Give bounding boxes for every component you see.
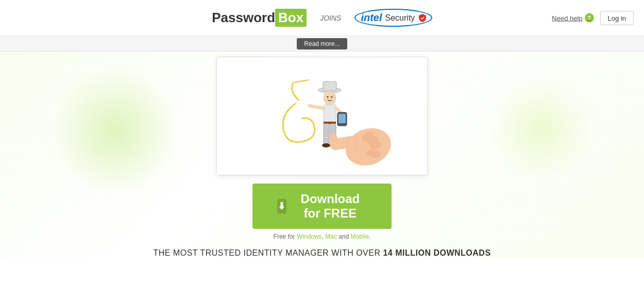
cowboy-illustration — [250, 62, 394, 170]
download-arrow-icon: ⬇ — [277, 199, 286, 213]
security-text: Security — [385, 13, 426, 23]
bg-blob-left — [52, 67, 180, 196]
intel-text: intel — [361, 12, 382, 24]
and-label: and — [338, 233, 349, 240]
read-more-button[interactable]: Read more... — [297, 38, 347, 49]
shield-icon — [419, 14, 426, 22]
mobile-link[interactable]: Mobile — [351, 233, 369, 240]
svg-rect-15 — [338, 114, 346, 123]
joins-text: JOINS — [320, 14, 341, 22]
tagline-highlight: 14 MILLION DOWNLOADS — [383, 248, 490, 257]
illustration-inner — [217, 57, 427, 175]
intel-security-logo: intel Security — [354, 9, 432, 27]
logo-text-password: Password — [212, 10, 275, 26]
need-help-link[interactable]: Need help ? — [552, 13, 594, 23]
logo-area: PasswordBox JOINS intel Security — [212, 9, 432, 27]
svg-point-3 — [324, 91, 336, 105]
help-icon: ? — [585, 13, 594, 23]
tagline-part1: THE MOST TRUSTED IDENTITY MANAGER WITH O… — [153, 248, 380, 257]
notification-bar: Read more... — [0, 36, 644, 52]
dot: . — [369, 233, 370, 240]
top-right-actions: Need help ? Log in — [552, 11, 634, 25]
free-platforms-text: Free for Windows, Mac and Mobile. — [274, 233, 371, 240]
svg-point-10 — [322, 143, 330, 147]
windows-link[interactable]: Windows — [297, 233, 322, 240]
illustration-card — [216, 57, 428, 175]
logo-text-box: Box — [275, 9, 307, 27]
download-button-label: Download for FREE — [294, 192, 367, 221]
main-content: ⬇ Download for FREE Free for Windows, Ma… — [0, 52, 644, 258]
svg-point-4 — [327, 96, 329, 98]
svg-rect-2 — [323, 81, 336, 91]
mac-link[interactable]: Mac — [325, 233, 337, 240]
svg-point-5 — [331, 96, 333, 98]
free-for-label: Free for — [274, 233, 295, 240]
svg-rect-8 — [324, 124, 329, 144]
svg-rect-6 — [324, 105, 336, 123]
need-help-text: Need help — [552, 14, 582, 22]
login-button[interactable]: Log in — [600, 11, 634, 25]
bg-blob-right — [489, 77, 592, 180]
download-button[interactable]: ⬇ Download for FREE — [252, 184, 392, 229]
top-navbar: PasswordBox JOINS intel Security Need he… — [0, 0, 644, 36]
passwordbox-logo: PasswordBox — [212, 9, 307, 27]
tagline: THE MOST TRUSTED IDENTITY MANAGER WITH O… — [153, 248, 490, 258]
comma1: , — [322, 233, 324, 240]
